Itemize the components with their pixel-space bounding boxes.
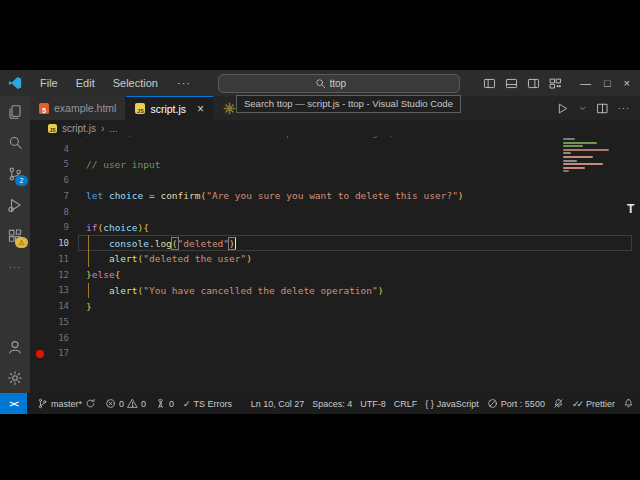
code-line-8[interactable]: 8 [30,204,640,220]
activity-more-icon[interactable]: ··· [0,251,30,282]
status-item-0[interactable]: 00 [105,398,146,409]
status-item-prettier[interactable]: ✓✓Prettier [572,399,615,409]
status-item-bell-icon[interactable] [623,398,634,409]
activity-search-icon[interactable] [0,127,30,158]
code-line-12[interactable]: 12}else{ [30,267,640,283]
code-line-16[interactable]: 16 [30,330,640,346]
line-number[interactable]: 10 [30,238,86,248]
layout-bottom-icon[interactable] [505,77,518,90]
token: log [155,238,172,249]
status-bar-right: Ln 10, Col 27Spaces: 4UTF-8CRLF{ }JavaSc… [251,393,640,414]
command-center-search[interactable] [218,74,460,93]
branch-icon [37,398,48,409]
line-number[interactable]: 9 [30,222,86,232]
menu-item-selection[interactable]: Selection [104,77,167,89]
activity-extensions-icon[interactable]: ⚠ [0,220,30,251]
token [86,253,109,264]
run-icon[interactable] [556,102,569,115]
status-item-javascript[interactable]: { }JavaScript [425,399,479,409]
more-icon[interactable]: ··· [618,103,630,113]
error-icon [105,398,116,409]
code-line-14[interactable]: 14} [30,298,640,314]
code-line-4[interactable]: 4 [30,141,640,157]
minimap-mark [563,160,577,162]
line-number[interactable]: 8 [30,207,86,217]
status-item-port-5500[interactable]: Port : 5500 [487,398,545,409]
code-line-6[interactable]: 6 [30,172,640,188]
breadcrumb-file[interactable]: script.js [62,123,96,134]
menu-item-edit[interactable]: Edit [67,77,104,89]
status-item-bell-slash-icon[interactable] [553,398,564,409]
menu-item-[interactable]: ··· [167,77,201,89]
code-line-5[interactable]: 5// user input [30,157,640,173]
activity-source-control-icon[interactable]: 2 [0,158,30,189]
status-item-utf-8[interactable]: UTF-8 [360,399,386,409]
breadcrumb[interactable]: JS script.js › ... [30,120,640,136]
token: } [86,301,92,312]
layout-right-icon[interactable] [527,77,540,90]
circle-slash-icon [487,398,498,409]
line-number[interactable]: 15 [30,317,86,327]
activity-gear-icon[interactable] [0,362,30,393]
breadcrumb-more[interactable]: ... [109,123,117,134]
line-number[interactable]: 6 [30,175,86,185]
code-line-7[interactable]: 7let choice = confirm("Are you sure you … [30,188,640,204]
code-line-9[interactable]: 9if(choice){ [30,220,640,236]
token [86,238,109,249]
line-number[interactable]: 11 [30,254,86,264]
close-icon[interactable]: × [624,77,630,89]
line-number[interactable]: 12 [30,270,86,280]
code-line-13[interactable]: 13 alert("You have cancelled the delete … [30,283,640,299]
js-icon: JS [135,103,145,114]
status-item-remote-icon[interactable]: >< [0,393,27,414]
minimap[interactable] [563,138,589,174]
window-title-tooltip: Search ttop — script.js - ttop - Visual … [236,95,461,113]
code-line-17[interactable]: 17 [30,346,640,362]
chevron-down-icon[interactable] [578,104,587,113]
status-item-ln-10-col-27[interactable]: Ln 10, Col 27 [251,399,305,409]
status-item-master-[interactable]: master* [37,398,96,409]
line-number[interactable]: 14 [30,301,86,311]
restore-icon[interactable]: □ [604,77,611,89]
status-text: Port : 5500 [501,399,545,409]
line-number[interactable]: 13 [30,285,86,295]
activity-debug-icon[interactable] [0,189,30,220]
code-text: } [86,301,92,312]
line-number[interactable]: 16 [30,333,86,343]
account-icon [7,339,23,355]
layout-grid-icon[interactable] [549,77,562,90]
status-item-spaces-4[interactable]: Spaces: 4 [312,399,352,409]
letterbox-top [0,0,640,70]
minimap-mark [563,163,603,165]
status-item-ts-errors[interactable]: ✓TS Errors [183,399,232,409]
status-text: TS Errors [194,399,233,409]
activity-account-icon[interactable] [0,331,30,362]
breakpoint-dot[interactable] [36,350,44,358]
status-item-crlf[interactable]: CRLF [394,399,418,409]
token: "deleted" [178,238,229,249]
code-line-10[interactable]: 10 console.log("deleted") [30,235,640,251]
line-number[interactable]: 3 [30,136,86,138]
bell-slash-icon [553,398,564,409]
menu-item-file[interactable]: File [31,77,67,89]
line-number[interactable]: 5 [30,159,86,169]
status-item-0[interactable]: 0 [155,398,174,409]
layout-left-icon[interactable] [483,77,496,90]
minimize-icon[interactable]: — [580,77,591,89]
close-icon[interactable]: × [197,102,204,116]
window-buttons: —□× [580,77,630,89]
status-text: Spaces: 4 [312,399,352,409]
editor[interactable]: 3//alert("Hello world! this is a simple … [30,136,640,393]
code-line-15[interactable]: 15 [30,314,640,330]
line-number[interactable]: 7 [30,191,86,201]
status-text: Ln 10, Col 27 [251,399,305,409]
code-text: let choice = confirm("Are you sure you w… [86,190,464,201]
code-line-11[interactable]: 11 alert("deleted the user") [30,251,640,267]
search-input[interactable] [330,78,364,89]
activity-files-icon[interactable] [0,96,30,127]
tab-script.js[interactable]: JSscript.js× [126,96,214,120]
split-editor-icon[interactable] [596,102,609,115]
line-number[interactable]: 4 [30,144,86,154]
tab-example.html[interactable]: 5example.html [30,96,126,120]
more-icon: ··· [9,262,21,272]
